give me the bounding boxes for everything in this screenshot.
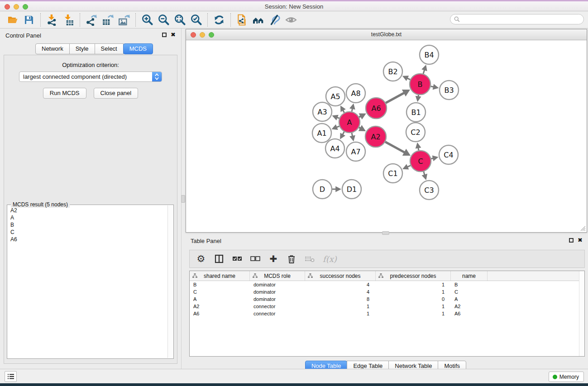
graph-node-label: C2 [411,128,420,137]
table-settings-gear-icon[interactable]: ⚙ [196,253,206,264]
close-panel-button[interactable]: Close panel [94,88,139,99]
graph-node-D[interactable]: D [313,180,332,199]
table-row[interactable]: Cdominator41C [190,288,584,295]
zoom-fit-button[interactable] [172,13,188,27]
app-titlebar: Session: New Session [0,0,588,11]
main-toolbar [0,11,588,29]
graph-node-C[interactable]: C [410,151,431,172]
column-header-MCDS-role[interactable]: MCDS role [250,271,305,281]
horizontal-split-grip[interactable] [382,231,389,235]
export-network-button[interactable] [83,13,100,27]
graph-edge-arrowhead [433,84,439,90]
criterion-dropdown[interactable]: largest connected component (directed) [19,71,162,82]
column-header-shared-name[interactable]: shared name [190,271,250,281]
save-floppy-icon [24,14,34,25]
zoom-fit-icon [174,14,186,26]
hide-graphics-details-button[interactable] [267,13,283,27]
control-panel-title: Control Panel [5,32,41,39]
result-item[interactable]: A2 [7,207,167,214]
vertical-split-grip[interactable] [181,195,185,203]
table-panel-float-icon[interactable] [569,238,574,243]
select-all-columns-icon[interactable] [232,253,242,264]
graph-edge-A2-C[interactable] [385,142,405,152]
table-cell: B [451,281,488,288]
table-row[interactable]: Bdominator41B [190,281,584,288]
graph-node-B1[interactable]: B1 [406,103,425,122]
graph-node-C2[interactable]: C2 [406,123,425,142]
zoom-selected-button[interactable] [188,13,204,27]
table-header-row: shared nameMCDS rolesuccessor nodesprede… [190,271,584,281]
graph-node-A6[interactable]: A6 [366,98,387,119]
export-image-button[interactable] [116,13,132,27]
global-search-box[interactable] [450,14,584,24]
memory-button[interactable]: Memory [549,372,584,382]
save-session-button[interactable] [21,13,37,27]
open-session-button[interactable] [5,13,21,27]
result-item[interactable]: A6 [7,236,167,243]
graph-node-B4[interactable]: B4 [420,45,439,64]
window-resize-grip[interactable] [580,225,586,231]
zoom-in-button[interactable] [139,13,155,27]
search-input[interactable] [460,16,583,23]
network-canvas[interactable]: B4B2BB3A8A5A6A3B1AC2A1A2A4A7C4CC1C3DD1 [186,40,587,232]
graph-node-A5[interactable]: A5 [326,87,345,106]
graph-node-label: B3 [444,86,454,95]
control-panel-close-icon[interactable]: ✖ [171,33,176,37]
workspace: Control Panel ✖ NetworkStyleSelectMCDS O… [0,29,588,369]
houses-icon [252,14,265,25]
graph-node-A2[interactable]: A2 [365,126,386,147]
show-hide-eye-button[interactable] [283,13,299,27]
zoom-out-button[interactable] [155,13,172,27]
graph-edge-A6-B[interactable] [386,93,405,103]
graph-node-A[interactable]: A [339,112,360,133]
function-builder-icon[interactable]: f(x) [323,253,337,264]
graph-node-A7[interactable]: A7 [346,142,365,161]
show-columns-icon[interactable] [214,253,224,264]
graph-node-A1[interactable]: A1 [312,124,331,143]
tab-network[interactable]: Network [35,43,70,54]
graph-node-C3[interactable]: C3 [420,181,439,200]
create-column-plus-icon[interactable]: ✚ [268,253,278,264]
result-item[interactable]: B [7,221,167,229]
graph-node-D1[interactable]: D1 [342,180,361,199]
tab-select[interactable]: Select [95,43,124,54]
table-row[interactable]: Adominator80A [190,295,584,303]
tab-mcds[interactable]: MCDS [123,43,153,54]
unselect-all-columns-icon[interactable] [250,253,260,264]
table-scrollbar[interactable] [579,271,584,356]
network-window-titlebar[interactable]: testGlobe.txt [186,29,587,40]
result-item[interactable]: C [7,229,167,236]
delete-column-trash-icon[interactable] [287,253,296,264]
slashed-style-icon [268,14,281,26]
table-row[interactable]: A6connector11A6 [190,310,584,317]
desktop-background-strip [0,383,588,386]
table-row[interactable]: A2connector11A2 [190,303,584,310]
graph-node-B[interactable]: B [410,74,430,95]
graph-node-A3[interactable]: A3 [313,102,332,121]
control-panel-float-icon[interactable] [162,33,167,37]
cybrowser-home-button[interactable] [250,13,267,27]
graph-node-A8[interactable]: A8 [346,84,365,103]
graph-node-C4[interactable]: C4 [439,145,458,164]
delete-table-icon[interactable] [305,253,315,264]
show-panels-list-button[interactable] [5,371,17,382]
new-network-from-selection-button[interactable] [234,13,250,27]
apply-layout-button[interactable] [211,13,227,27]
result-scrollbar[interactable] [167,205,173,358]
column-header-name[interactable]: name [451,271,488,281]
graph-edge-arrowhead [421,65,427,71]
column-header-successor-nodes[interactable]: successor nodes [305,271,376,281]
table-panel-close-icon[interactable]: ✖ [578,238,583,243]
result-item[interactable]: A [7,214,167,221]
export-table-button[interactable] [100,13,116,27]
column-header-predecessor-nodes[interactable]: predecessor nodes [376,271,451,281]
graph-node-C1[interactable]: C1 [383,164,402,183]
import-table-button[interactable] [60,13,76,27]
tab-style[interactable]: Style [69,43,95,54]
search-icon [454,16,460,22]
import-network-button[interactable] [44,13,60,27]
run-mcds-button[interactable]: Run MCDS [43,88,86,99]
graph-node-B2[interactable]: B2 [383,62,402,81]
graph-node-B3[interactable]: B3 [440,81,459,100]
graph-node-A4[interactable]: A4 [325,139,344,158]
